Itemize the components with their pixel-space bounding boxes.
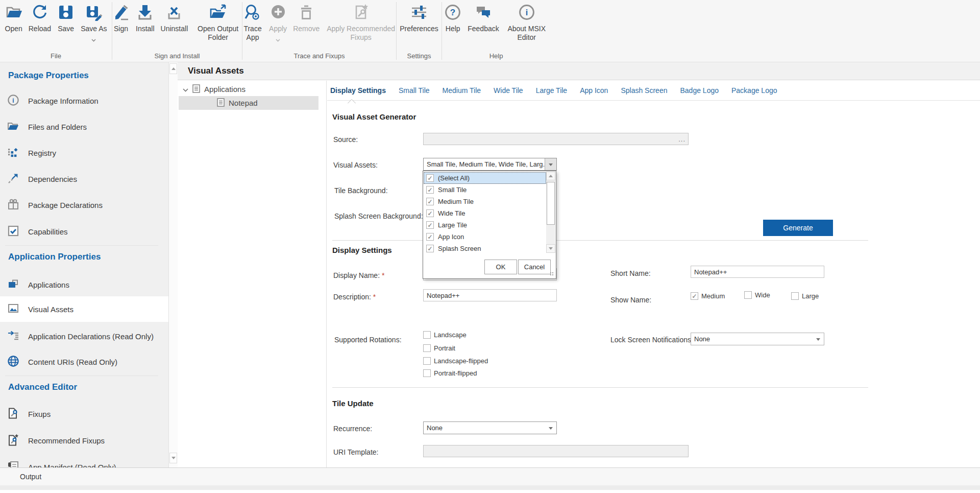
sidebar-divider: [5, 375, 158, 376]
checkbox-icon[interactable]: [423, 357, 431, 365]
checkbox-icon[interactable]: [791, 292, 799, 300]
tab-splash-screen[interactable]: Splash Screen: [621, 86, 667, 95]
combo-dropdown-button[interactable]: [813, 333, 824, 345]
remove-button[interactable]: Remove: [293, 4, 320, 33]
scroll-down-button[interactable]: [546, 244, 555, 253]
open-output-folder-button[interactable]: Open Output Folder: [194, 4, 242, 42]
source-input[interactable]: ...: [423, 133, 689, 145]
option-app-icon[interactable]: App Icon: [424, 231, 546, 243]
tab-display-settings[interactable]: Display Settings: [330, 86, 386, 95]
recurrence-value: None: [427, 424, 443, 432]
cancel-button[interactable]: Cancel: [518, 260, 551, 274]
sidebar-item-recommended-fixups[interactable]: Recommended Fixups: [0, 429, 168, 452]
uninstall-button[interactable]: Uninstall: [161, 4, 188, 33]
visual-assets-combobox[interactable]: Small Tile, Medium Tile, Wide Tile, Larg…: [423, 158, 557, 171]
generate-button[interactable]: Generate: [763, 220, 833, 236]
sidebar-item-visual-assets[interactable]: Visual Assets: [0, 296, 168, 322]
preferences-button[interactable]: Preferences: [400, 4, 438, 33]
checkbox-checked-icon[interactable]: [426, 198, 434, 205]
checkbox-checked-icon[interactable]: [426, 186, 434, 194]
checkbox-icon[interactable]: [423, 344, 431, 352]
sidebar-item-app-manifest[interactable]: App Manifest (Read Only): [0, 456, 168, 467]
tab-app-icon[interactable]: App Icon: [580, 86, 608, 95]
show-name-wide-checkbox[interactable]: Wide: [744, 291, 770, 299]
scroll-up-button[interactable]: [546, 172, 555, 180]
checkbox-checked-icon[interactable]: [426, 209, 434, 217]
tab-medium-tile[interactable]: Medium Tile: [443, 86, 481, 95]
applications-tree: Applications Notepad: [178, 81, 327, 467]
uri-template-input[interactable]: [423, 445, 689, 457]
open-button[interactable]: Open: [5, 4, 22, 33]
sidebar-item-files-and-folders[interactable]: Files and Folders: [0, 115, 168, 138]
tile-update-heading: Tile Update: [332, 399, 374, 408]
tab-wide-tile[interactable]: Wide Tile: [494, 86, 523, 95]
checkbox-icon[interactable]: [423, 369, 431, 377]
reload-button[interactable]: Reload: [29, 4, 51, 33]
rotation-portrait-checkbox[interactable]: Portrait: [423, 344, 455, 352]
checkbox-checked-icon[interactable]: [426, 245, 434, 252]
sidebar-item-capabilities[interactable]: Capabilities: [0, 220, 168, 243]
sidebar-item-registry[interactable]: Registry: [0, 142, 168, 164]
sidebar-item-package-declarations[interactable]: Package Declarations: [0, 194, 168, 216]
tree-item-applications[interactable]: Applications: [178, 82, 327, 96]
tab-large-tile[interactable]: Large Tile: [536, 86, 567, 95]
reload-icon: [31, 4, 48, 23]
scroll-up-button[interactable]: [169, 63, 177, 74]
help-button[interactable]: ? Help: [444, 4, 461, 33]
option-large-tile[interactable]: Large Tile: [424, 219, 546, 231]
sign-button[interactable]: Sign: [112, 4, 130, 33]
combo-dropdown-button[interactable]: [545, 158, 556, 170]
dropdown-scrollbar[interactable]: [546, 172, 555, 253]
install-button[interactable]: Install: [136, 4, 155, 33]
trace-app-button[interactable]: Trace App: [242, 4, 263, 42]
scrollbar-thumb[interactable]: [547, 182, 555, 225]
sidebar-item-applications[interactable]: Applications: [0, 273, 168, 296]
option-select-all[interactable]: (Select All): [424, 172, 546, 184]
show-name-large-checkbox[interactable]: Large: [791, 292, 819, 300]
show-name-medium-checkbox[interactable]: Medium: [691, 292, 725, 300]
rotation-landscape-flipped-checkbox[interactable]: Landscape-flipped: [423, 357, 488, 365]
apply-recommended-fixups-label: Apply Recommended Fixups: [326, 25, 396, 42]
tab-small-tile[interactable]: Small Tile: [399, 86, 430, 95]
sidebar-item-fixups[interactable]: Fixups: [0, 403, 168, 425]
sidebar-item-application-declarations[interactable]: Application Declarations (Read Only): [0, 325, 168, 347]
sidebar-scrollbar[interactable]: [168, 62, 178, 467]
lock-screen-notifications-select[interactable]: None: [691, 333, 824, 345]
checkbox-icon[interactable]: [423, 331, 431, 339]
rotation-landscape-checkbox[interactable]: Landscape: [423, 331, 467, 339]
sidebar-item-package-information[interactable]: i Package Information: [0, 89, 168, 112]
tab-package-logo[interactable]: Package Logo: [731, 86, 777, 95]
sidebar-item-dependencies[interactable]: Dependencies: [0, 168, 168, 190]
apply-recommended-fixups-button[interactable]: Apply Recommended Fixups: [326, 4, 396, 42]
rotation-portrait-flipped-checkbox[interactable]: Portrait-flipped: [423, 369, 477, 377]
option-small-tile[interactable]: Small Tile: [424, 184, 546, 196]
ok-button[interactable]: OK: [484, 260, 517, 274]
checkbox-icon[interactable]: [744, 291, 752, 299]
option-splash-screen[interactable]: Splash Screen: [424, 243, 546, 254]
checkbox-checked-icon[interactable]: [426, 174, 434, 182]
about-msix-editor-button[interactable]: i About MSIX Editor: [505, 4, 548, 42]
tree-item-notepad[interactable]: Notepad: [179, 96, 318, 110]
chevron-down-icon[interactable]: [91, 35, 96, 44]
scroll-down-button[interactable]: [169, 453, 177, 463]
chevron-expanded-icon[interactable]: [183, 85, 188, 93]
output-bar-label: Output: [20, 473, 41, 481]
resize-grip[interactable]: [550, 272, 554, 276]
combo-dropdown-button[interactable]: [545, 422, 556, 434]
sidebar-item-content-uris[interactable]: Content URIs (Read Only): [0, 350, 168, 373]
checkbox-checked-icon[interactable]: [426, 233, 434, 241]
save-as-button[interactable]: Save As: [81, 4, 107, 44]
output-bar[interactable]: Output: [0, 467, 980, 485]
browse-button[interactable]: ...: [678, 135, 685, 143]
option-medium-tile[interactable]: Medium Tile: [424, 196, 546, 207]
tab-badge-logo[interactable]: Badge Logo: [680, 86, 719, 95]
apply-button[interactable]: Apply: [269, 4, 287, 44]
checkbox-checked-icon[interactable]: [426, 221, 434, 229]
checkbox-checked-icon[interactable]: [691, 292, 698, 300]
short-name-input[interactable]: Notepad++: [691, 266, 824, 278]
description-input[interactable]: Notepad++: [423, 289, 557, 301]
option-wide-tile[interactable]: Wide Tile: [424, 207, 546, 219]
feedback-button[interactable]: Feedback: [468, 4, 499, 33]
save-button[interactable]: Save: [57, 4, 75, 33]
recurrence-select[interactable]: None: [423, 421, 557, 434]
